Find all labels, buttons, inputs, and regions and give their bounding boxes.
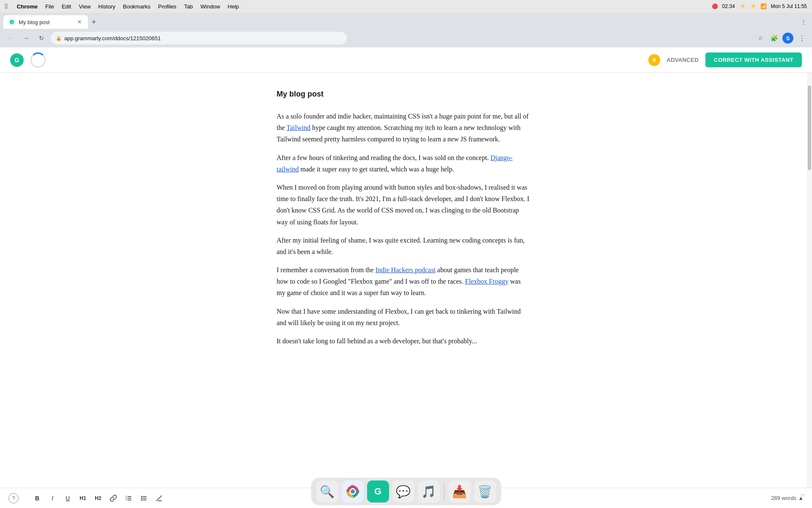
paragraph-3: When I moved on from playing around with… xyxy=(277,182,530,228)
flexbox-froggy-link[interactable]: Flexbox Froggy xyxy=(465,278,509,285)
bookmark-star-icon[interactable]: ☆ xyxy=(755,33,765,43)
paragraph-5: I remember a conversation from the Indie… xyxy=(277,264,530,299)
tab-bar-menu-button[interactable]: ⋮ xyxy=(798,17,809,27)
help-button[interactable]: ? xyxy=(8,493,19,503)
wifi-icon: 📶 xyxy=(760,3,767,9)
editor-area[interactable]: My blog post As a solo founder and indie… xyxy=(0,73,807,488)
dock-finder[interactable]: 🔍 xyxy=(316,480,338,502)
ordered-list-button[interactable]: 123 xyxy=(122,491,135,505)
bolt2-icon: ⚡ xyxy=(750,3,756,9)
battery-icon: 🔴 xyxy=(712,3,718,9)
h1-button[interactable]: H1 xyxy=(76,491,90,505)
italic-button[interactable]: I xyxy=(46,491,59,505)
dock-messages[interactable]: 💬 xyxy=(392,480,414,502)
p2-text-after: made it super easy to get started, which… xyxy=(299,166,454,173)
p6-text: Now that I have some understanding of Fl… xyxy=(277,308,521,326)
bolt-icon: ⚡ xyxy=(739,3,746,9)
battery-time: 02:34 xyxy=(722,3,735,9)
time-display: Mon 5 Jul 11:55 xyxy=(771,3,807,9)
clear-format-button[interactable] xyxy=(152,491,166,505)
url-display[interactable]: app.grammarly.com/ddocs/1215020651 xyxy=(64,35,342,41)
word-count-text: 289 words xyxy=(771,495,796,501)
tab-close-button[interactable]: ✕ xyxy=(76,19,83,25)
editor-content: My blog post As a solo founder and indie… xyxy=(277,90,530,471)
p2-text-before: After a few hours of tinkering and readi… xyxy=(277,154,491,161)
grammarly-logo[interactable]: G xyxy=(10,53,24,67)
svg-line-14 xyxy=(156,496,162,501)
tab-bar-controls: ⋮ xyxy=(798,17,809,29)
dock-music[interactable]: 🎵 xyxy=(418,480,440,502)
reload-button[interactable]: ↻ xyxy=(36,32,47,44)
document-title[interactable]: My blog post xyxy=(277,90,530,99)
menubar-bookmarks[interactable]: Bookmarks xyxy=(123,3,151,10)
paragraph-6: Now that I have some understanding of Fl… xyxy=(277,306,530,329)
address-bar-right: ☆ 🧩 S ⋮ xyxy=(755,33,807,44)
score-badge: 8 xyxy=(648,54,660,66)
loading-spinner xyxy=(30,52,46,68)
tab-favicon: G xyxy=(8,19,15,25)
menubar:  Chrome File Edit View History Bookmark… xyxy=(0,0,812,13)
grammarly-toolbar: G 8 ADVANCED CORRECT WITH ASSISTANT xyxy=(0,47,812,73)
svg-point-13 xyxy=(141,499,143,500)
toolbar-right: 8 ADVANCED CORRECT WITH ASSISTANT xyxy=(648,52,802,67)
bold-button[interactable]: B xyxy=(30,491,44,505)
underline-button[interactable]: U xyxy=(61,491,74,505)
menubar-tab[interactable]: Tab xyxy=(184,3,193,10)
menubar-help[interactable]: Help xyxy=(228,3,239,10)
app-container: G 8 ADVANCED CORRECT WITH ASSISTANT My b… xyxy=(0,47,812,508)
menubar-profiles[interactable]: Profiles xyxy=(158,3,176,10)
dock-chrome[interactable] xyxy=(342,480,364,502)
editor-body[interactable]: As a solo founder and indie hacker, main… xyxy=(277,110,530,347)
menubar-edit[interactable]: Edit xyxy=(62,3,71,10)
address-bar-input[interactable]: 🔒 app.grammarly.com/ddocs/1215020651 xyxy=(51,32,347,44)
word-count[interactable]: 289 words ▲ xyxy=(771,495,804,501)
svg-text:G: G xyxy=(11,20,13,24)
profile-button[interactable]: S xyxy=(782,33,793,44)
menubar-file[interactable]: File xyxy=(45,3,54,10)
main-area: My blog post As a solo founder and indie… xyxy=(0,73,812,488)
menubar-chrome[interactable]: Chrome xyxy=(17,3,38,10)
menubar-window[interactable]: Window xyxy=(200,3,220,10)
back-button[interactable]: ← xyxy=(5,32,17,44)
apple-menu[interactable]:  xyxy=(5,3,8,10)
menubar-view[interactable]: View xyxy=(79,3,91,10)
menubar-right: 🔴 02:34 ⚡ ⚡ 📶 Mon 5 Jul 11:55 xyxy=(712,3,807,9)
address-bar: ← → ↻ 🔒 app.grammarly.com/ddocs/12150206… xyxy=(0,29,812,47)
quote-mark-icon: " xyxy=(801,491,805,505)
scrollbar-track[interactable] xyxy=(807,73,812,488)
p5-text-before: I remember a conversation from the xyxy=(277,266,376,273)
paragraph-1: As a solo founder and indie hacker, main… xyxy=(277,110,530,145)
help-area: ? xyxy=(8,493,19,503)
dock-trash[interactable]: 🗑️ xyxy=(474,480,496,502)
paragraph-7: It doesn't take long to fall behind as a… xyxy=(277,335,530,347)
chrome-menu-button[interactable]: ⋮ xyxy=(797,33,807,43)
tailwind-link[interactable]: Tailwind xyxy=(286,124,310,131)
forward-button[interactable]: → xyxy=(20,32,32,44)
p4-text: After my initial feeling of shame, I was… xyxy=(277,237,524,255)
ssl-lock-icon: 🔒 xyxy=(56,36,62,41)
extensions-icon[interactable]: 🧩 xyxy=(769,33,779,43)
tab-title: My blog post xyxy=(19,19,73,25)
svg-point-18 xyxy=(351,489,355,494)
svg-point-11 xyxy=(141,496,143,497)
dock: 🔍 G 💬 🎵 📥 🗑️ xyxy=(311,478,502,505)
p7-text: It doesn't take long to fall behind as a… xyxy=(277,337,477,345)
dock-separator xyxy=(444,483,444,500)
paragraph-4: After my initial feeling of shame, I was… xyxy=(277,235,530,257)
scrollbar-thumb[interactable] xyxy=(808,86,811,170)
dock-grammarly[interactable]: G xyxy=(367,480,389,502)
new-tab-button[interactable]: + xyxy=(88,16,100,28)
unordered-list-button[interactable] xyxy=(137,491,151,505)
dock-downloads[interactable]: 📥 xyxy=(449,480,471,502)
h2-button[interactable]: H2 xyxy=(91,491,105,505)
active-tab[interactable]: G My blog post ✕ xyxy=(3,15,88,29)
indie-hackers-link[interactable]: Indie Hackers podcast xyxy=(376,266,436,273)
menubar-history[interactable]: History xyxy=(98,3,115,10)
paragraph-2: After a few hours of tinkering and readi… xyxy=(277,152,530,175)
svg-point-12 xyxy=(141,497,143,499)
correct-with-assistant-button[interactable]: CORRECT WITH ASSISTANT xyxy=(705,52,802,67)
link-button[interactable] xyxy=(107,491,120,505)
svg-text:3: 3 xyxy=(126,498,127,501)
browser-chrome: G My blog post ✕ + ⋮ ← → ↻ 🔒 app.grammar… xyxy=(0,13,812,47)
tab-bar: G My blog post ✕ + ⋮ xyxy=(0,13,812,29)
